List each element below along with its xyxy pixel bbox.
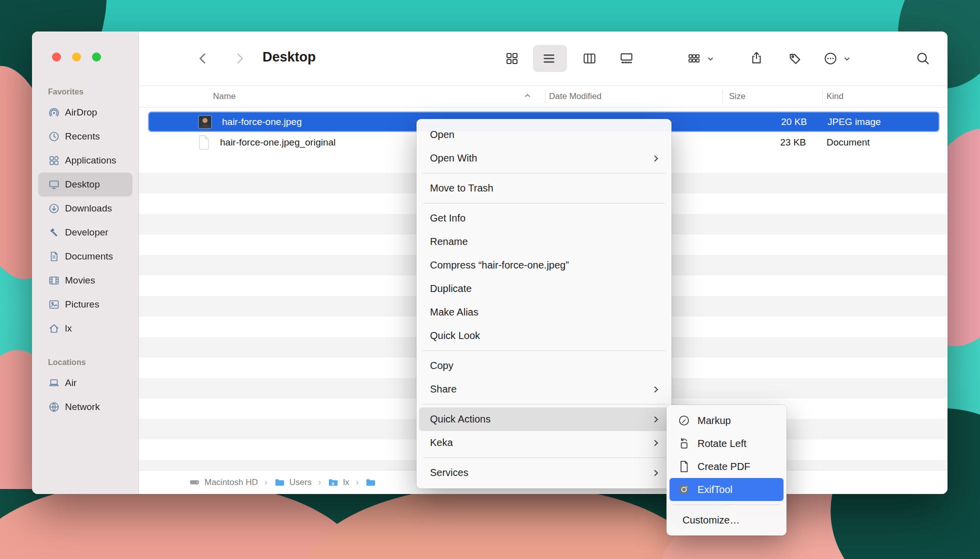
share-button[interactable] bbox=[749, 50, 764, 65]
sidebar-item-lx[interactable]: lx bbox=[38, 316, 132, 340]
sidebar-item-label: AirDrop bbox=[65, 107, 97, 118]
menu-item-duplicate[interactable]: Duplicate bbox=[419, 277, 669, 300]
submenu-item-customize[interactable]: Customize… bbox=[670, 508, 784, 532]
menu-separator bbox=[422, 350, 666, 351]
close-button[interactable] bbox=[52, 52, 61, 62]
menu-item-compress[interactable]: Compress “hair-force-one.jpeg” bbox=[419, 254, 669, 277]
submenu-chevron-icon bbox=[652, 386, 660, 394]
menu-item-move-to-trash[interactable]: Move to Trash bbox=[419, 176, 669, 200]
sidebar-item-air[interactable]: Air bbox=[38, 371, 132, 395]
menu-separator bbox=[672, 504, 780, 505]
column-headers: Name Date Modified Size Kind bbox=[139, 86, 948, 108]
exiftool-icon bbox=[678, 483, 690, 496]
sidebar-item-recents[interactable]: Recents bbox=[38, 124, 132, 148]
sidebar-item-label: Documents bbox=[65, 251, 113, 262]
submenu-item-create-pdf[interactable]: Create PDF bbox=[670, 455, 784, 478]
toolbar: Desktop bbox=[139, 32, 948, 86]
sidebar-item-movies[interactable]: Movies bbox=[38, 268, 132, 292]
forward-button[interactable] bbox=[232, 51, 247, 66]
menu-item-rename[interactable]: Rename bbox=[419, 230, 669, 254]
submenu-item-rotate-left[interactable]: Rotate Left bbox=[670, 432, 784, 455]
file-size: 23 KB bbox=[722, 137, 822, 148]
column-divider[interactable] bbox=[822, 90, 823, 104]
window-title: Desktop bbox=[262, 50, 316, 65]
window-controls bbox=[52, 52, 138, 62]
airdrop-icon bbox=[48, 106, 60, 118]
context-menu: Open Open With Move to Trash Get Info Re… bbox=[416, 119, 672, 488]
menu-separator bbox=[422, 203, 666, 204]
sidebar-item-label: Downloads bbox=[65, 203, 112, 214]
sidebar-item-label: Developer bbox=[65, 227, 108, 238]
submenu-item-markup[interactable]: Markup bbox=[670, 409, 784, 432]
sidebar-item-network[interactable]: Network bbox=[38, 395, 132, 419]
menu-item-quick-look[interactable]: Quick Look bbox=[419, 324, 669, 348]
submenu-chevron-icon bbox=[652, 469, 660, 477]
column-header-date-modified[interactable]: Date Modified bbox=[545, 92, 722, 102]
sidebar-item-label: Air bbox=[65, 378, 76, 388]
path-item[interactable]: Macintosh HD bbox=[204, 478, 258, 488]
chevron-down-icon bbox=[707, 56, 714, 62]
menu-item-share[interactable]: Share bbox=[419, 378, 669, 401]
path-item[interactable]: lx bbox=[343, 478, 349, 488]
sidebar-section-locations: Locations bbox=[48, 358, 138, 367]
menu-item-get-info[interactable]: Get Info bbox=[419, 206, 669, 230]
list-view-button[interactable] bbox=[542, 51, 556, 66]
column-view-button[interactable] bbox=[582, 51, 597, 66]
desktop-icon bbox=[48, 178, 60, 190]
document-icon bbox=[48, 250, 60, 262]
menu-item-open[interactable]: Open bbox=[419, 123, 669, 146]
column-header-kind[interactable]: Kind bbox=[822, 92, 940, 102]
sidebar-item-documents[interactable]: Documents bbox=[38, 244, 132, 268]
back-button[interactable] bbox=[196, 51, 210, 66]
sidebar-item-airdrop[interactable]: AirDrop bbox=[38, 100, 132, 124]
sidebar-item-label: Network bbox=[65, 402, 100, 412]
home-icon bbox=[48, 322, 60, 334]
film-icon bbox=[48, 274, 60, 286]
zoom-button[interactable] bbox=[92, 52, 101, 62]
submenu-item-exiftool[interactable]: ExifTool bbox=[670, 478, 784, 501]
sidebar-item-label: Movies bbox=[65, 275, 95, 286]
sidebar-item-label: Pictures bbox=[65, 299, 100, 310]
clock-icon bbox=[48, 130, 60, 142]
menu-separator bbox=[422, 458, 666, 458]
column-divider[interactable] bbox=[722, 90, 723, 104]
sidebar-item-label: Applications bbox=[65, 155, 116, 166]
applications-icon bbox=[48, 154, 60, 166]
grid-view-button[interactable] bbox=[504, 51, 520, 66]
gallery-view-button[interactable] bbox=[619, 51, 634, 66]
globe-icon bbox=[48, 401, 60, 413]
sidebar-item-developer[interactable]: Developer bbox=[38, 220, 132, 244]
sort-ascending-icon bbox=[524, 92, 531, 102]
more-button[interactable] bbox=[823, 51, 838, 66]
tag-button[interactable] bbox=[788, 51, 802, 66]
hammer-icon bbox=[48, 226, 60, 238]
desktop-wallpaper: Favorites AirDrop Recents Applications D… bbox=[0, 0, 980, 559]
menu-separator bbox=[422, 404, 666, 404]
menu-item-make-alias[interactable]: Make Alias bbox=[419, 300, 669, 324]
column-header-size[interactable]: Size bbox=[722, 92, 822, 102]
minimize-button[interactable] bbox=[72, 52, 81, 62]
sidebar-item-applications[interactable]: Applications bbox=[38, 148, 132, 172]
group-button[interactable] bbox=[686, 51, 702, 66]
quick-actions-submenu: Markup Rotate Left Create PDF ExifTool C… bbox=[666, 405, 786, 536]
menu-item-services[interactable]: Services bbox=[419, 461, 669, 484]
menu-item-quick-actions[interactable]: Quick Actions bbox=[419, 408, 669, 431]
menu-item-open-with[interactable]: Open With bbox=[419, 146, 669, 170]
path-chevron-icon: › bbox=[356, 477, 358, 488]
folder-icon bbox=[274, 477, 285, 488]
chevron-down-icon bbox=[844, 56, 850, 62]
column-header-name[interactable]: Name bbox=[148, 92, 545, 102]
menu-item-copy[interactable]: Copy bbox=[419, 354, 669, 378]
search-icon[interactable] bbox=[916, 51, 930, 66]
photo-icon bbox=[48, 298, 60, 310]
menu-item-keka[interactable]: Keka bbox=[419, 431, 669, 454]
sidebar-item-desktop[interactable]: Desktop bbox=[38, 172, 132, 196]
sidebar-item-pictures[interactable]: Pictures bbox=[38, 292, 132, 316]
file-name: hair-force-one.jpeg_original bbox=[220, 137, 336, 148]
file-kind: Document bbox=[822, 137, 940, 148]
column-divider[interactable] bbox=[545, 90, 546, 104]
drive-icon bbox=[189, 477, 200, 488]
sidebar-item-downloads[interactable]: Downloads bbox=[38, 196, 132, 220]
path-item[interactable]: Users bbox=[290, 478, 312, 488]
menu-separator bbox=[422, 173, 666, 174]
